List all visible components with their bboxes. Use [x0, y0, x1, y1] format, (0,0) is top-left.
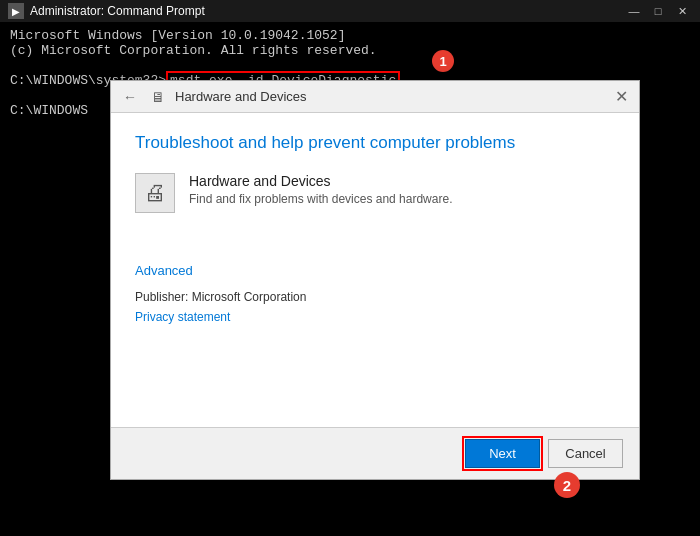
- badge-1-container: 1: [430, 50, 454, 72]
- cmd-title: Administrator: Command Prompt: [30, 4, 205, 18]
- dialog-footer: Next Cancel: [111, 427, 639, 479]
- dialog-title: Hardware and Devices: [175, 89, 307, 104]
- maximize-button[interactable]: □: [648, 4, 668, 18]
- privacy-link[interactable]: Privacy statement: [135, 310, 615, 324]
- dialog-item-desc: Find and fix problems with devices and h…: [189, 192, 452, 206]
- dialog-back-button[interactable]: ←: [119, 87, 141, 107]
- dialog-title-icon: 🖥: [149, 88, 167, 106]
- advanced-link[interactable]: Advanced: [135, 263, 615, 278]
- step-badge-1: 1: [432, 50, 454, 72]
- cmd-line2: (c) Microsoft Corporation. All rights re…: [10, 43, 377, 58]
- dialog-titlebar: ← 🖥 Hardware and Devices ✕: [111, 81, 639, 113]
- cmd-line5: C:\WINDOWS: [10, 103, 88, 118]
- troubleshoot-dialog: ← 🖥 Hardware and Devices ✕ Troubleshoot …: [110, 80, 640, 480]
- publisher-label: Publisher: Microsoft Corporation: [135, 290, 615, 304]
- dialog-item-text: Hardware and Devices Find and fix proble…: [189, 173, 452, 206]
- dialog-body: Troubleshoot and help prevent computer p…: [111, 113, 639, 427]
- step-badge-2: 2: [554, 472, 580, 498]
- cmd-icon: ▶: [8, 3, 24, 19]
- cancel-button[interactable]: Cancel: [548, 439, 623, 468]
- cmd-titlebar-left: ▶ Administrator: Command Prompt: [8, 3, 205, 19]
- dialog-titlebar-left: ← 🖥 Hardware and Devices: [119, 87, 307, 107]
- cmd-titlebar: ▶ Administrator: Command Prompt — □ ✕: [0, 0, 700, 22]
- minimize-button[interactable]: —: [624, 4, 644, 18]
- dialog-item-title: Hardware and Devices: [189, 173, 452, 189]
- close-button[interactable]: ✕: [672, 4, 692, 18]
- dialog-item: 🖨 Hardware and Devices Find and fix prob…: [135, 173, 615, 213]
- hardware-devices-icon: 🖨: [135, 173, 175, 213]
- next-button[interactable]: Next: [465, 439, 540, 468]
- cmd-line1: Microsoft Windows [Version 10.0.19042.10…: [10, 28, 345, 43]
- cmd-controls: — □ ✕: [624, 4, 692, 18]
- dialog-close-button[interactable]: ✕: [611, 87, 631, 107]
- dialog-heading: Troubleshoot and help prevent computer p…: [135, 133, 615, 153]
